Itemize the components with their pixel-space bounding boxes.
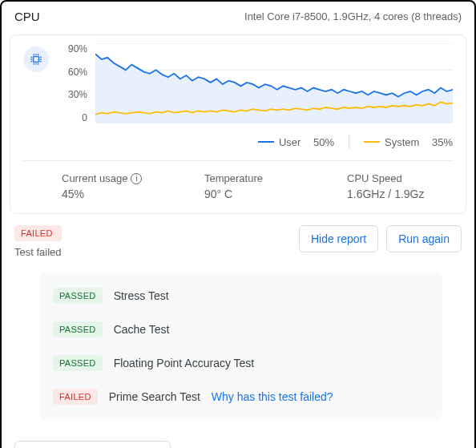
cpu-icon [23, 46, 49, 72]
test-header: FAILED Test failed Hide report Run again [14, 225, 462, 258]
chart-panel: 90% 60% 30% 0 User 50% System 35% [10, 34, 466, 214]
cpu-model-text: Intel Core i7-8500, 1.9GHz, 4 cores (8 t… [244, 10, 462, 22]
help-center-button[interactable]: Learn more in Help Center [14, 441, 171, 448]
test-row: PASSEDStress Test [53, 279, 430, 313]
test-row: FAILEDPrime Search TestWhy has this test… [53, 380, 430, 414]
y-tick: 60% [63, 67, 87, 78]
metric-value: 90° C [204, 188, 309, 200]
legend-user: User 50% [258, 136, 334, 148]
status-badge: FAILED [14, 225, 62, 241]
metric-label: CPU Speed [347, 172, 402, 184]
metric-cpu-speed: CPU Speed 1.6GHz / 1.9Gz [347, 172, 451, 200]
y-tick: 30% [63, 89, 87, 100]
legend-value: 50% [313, 136, 334, 148]
test-row: PASSEDCache Test [53, 313, 430, 346]
legend-swatch [258, 141, 274, 143]
card-footer: Learn more in Help Center [2, 428, 474, 448]
metric-value: 45% [62, 188, 166, 200]
test-name: Stress Test [114, 289, 169, 302]
test-row: PASSEDFloating Point Accuracy Test [53, 346, 430, 380]
legend-swatch [364, 141, 380, 143]
card-header: CPU Intel Core i7-8500, 1.9GHz, 4 cores … [2, 2, 474, 31]
test-name: Cache Test [114, 323, 170, 336]
line-chart [95, 43, 453, 123]
metric-label: Temperature [204, 172, 263, 184]
y-tick: 90% [63, 43, 87, 54]
test-badge: PASSED [53, 321, 103, 337]
test-badge: PASSED [53, 355, 103, 371]
legend-system: System 35% [364, 136, 453, 148]
metric-value: 1.6GHz / 1.9Gz [347, 188, 451, 200]
legend-label: System [385, 136, 419, 148]
cpu-card: CPU Intel Core i7-8500, 1.9GHz, 4 cores … [0, 0, 476, 448]
metrics-row: Current usage i 45% Temperature 90° C CP… [23, 160, 453, 207]
status-text: Test failed [14, 246, 62, 258]
chart-area: 90% 60% 30% 0 [63, 43, 453, 123]
hide-report-button[interactable]: Hide report [299, 225, 378, 252]
metric-label: Current usage [62, 172, 127, 184]
test-section: FAILED Test failed Hide report Run again… [2, 214, 474, 428]
test-failure-link[interactable]: Why has this test failed? [212, 390, 333, 403]
legend-divider [349, 135, 349, 149]
legend-value: 35% [432, 136, 453, 148]
metric-temperature: Temperature 90° C [204, 172, 309, 200]
svg-rect-0 [34, 57, 39, 63]
y-tick: 0 [63, 112, 87, 123]
run-again-button[interactable]: Run again [386, 225, 462, 252]
test-badge: FAILED [53, 389, 98, 405]
metric-current-usage: Current usage i 45% [62, 172, 166, 200]
legend-label: User [279, 136, 301, 148]
test-badge: PASSED [53, 288, 103, 304]
chart-legend: User 50% System 35% [23, 135, 453, 149]
card-title: CPU [14, 10, 40, 23]
test-name: Floating Point Accuracy Test [114, 357, 255, 369]
y-axis: 90% 60% 30% 0 [63, 43, 91, 123]
test-list: PASSEDStress TestPASSEDCache TestPASSEDF… [40, 272, 442, 420]
test-name: Prime Search Test [109, 390, 200, 403]
info-icon[interactable]: i [131, 173, 142, 184]
